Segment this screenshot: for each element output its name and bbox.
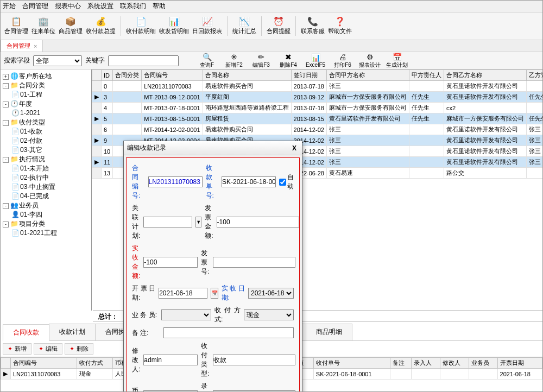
- grid-header[interactable]: 修改人: [440, 358, 469, 369]
- grid-header[interactable]: 签订日期: [291, 70, 326, 81]
- tree-node[interactable]: 👤01-李四: [11, 210, 89, 219]
- input-invoice-no[interactable]: [213, 257, 295, 268]
- grid-header[interactable]: 业务员: [469, 358, 497, 369]
- table-row[interactable]: ▶3MT-2013-09-12-0001平度红阁2013-09-12麻城市一方保…: [92, 92, 543, 103]
- grid-header[interactable]: 开票日期: [497, 358, 542, 369]
- tree-toggle-icon[interactable]: -: [3, 102, 9, 108]
- grid-header[interactable]: 备注: [390, 358, 411, 369]
- grid-header[interactable]: 合同编号: [142, 70, 203, 81]
- menu-settings[interactable]: 系统设置: [87, 2, 113, 11]
- grid-header[interactable]: 乙方责任人: [526, 70, 542, 81]
- toolbar-往来单位[interactable]: 🏢往来单位: [31, 15, 56, 37]
- table-row[interactable]: 6MT-2014-12-02-0001易速软件购买合同2014-12-02张三黄…: [92, 124, 543, 135]
- bottom-tab[interactable]: 商品明细: [306, 324, 352, 340]
- tree-node[interactable]: 📄03-中止搁置: [11, 182, 89, 192]
- grid-header[interactable]: 收付单号: [313, 358, 390, 369]
- tree-toggle-icon[interactable]: -: [3, 120, 9, 126]
- tree-node[interactable]: 📄02-付款: [11, 136, 89, 146]
- tree-node[interactable]: -📁收付类型: [3, 118, 89, 127]
- search-btn-报表设计[interactable]: ⚙报表设计: [359, 53, 381, 69]
- table-row[interactable]: 4MT-2013-07-18-0001南环路慧垣西路等道路桥梁工程2013-07…: [92, 103, 543, 113]
- grid-header[interactable]: 合同名称: [203, 70, 291, 81]
- input-contract-no[interactable]: [148, 176, 203, 187]
- search-btn-ExcelF5[interactable]: 📊ExcelF5: [305, 53, 326, 68]
- toolbar-帮助文件[interactable]: ❓帮助文件: [327, 15, 352, 37]
- input-receipt-no[interactable]: [222, 176, 276, 187]
- open-date-picker-icon[interactable]: 📅: [211, 288, 218, 299]
- bottom-btn-删除[interactable]: ✦删除: [65, 343, 93, 355]
- toolbar-合同提醒[interactable]: ⏰合同提醒: [266, 15, 291, 37]
- grid-header[interactable]: 合同乙方名称: [444, 70, 526, 81]
- input-type[interactable]: [213, 355, 295, 365]
- dialog-close-icon[interactable]: X: [290, 144, 299, 152]
- tree-node[interactable]: -📁执行情况: [3, 155, 89, 164]
- toolbar-统计汇总[interactable]: 📉统计汇总: [232, 15, 257, 37]
- menu-report[interactable]: 报表中心: [55, 2, 81, 11]
- toolbar-收发货明细[interactable]: 📊收发货明细: [159, 15, 190, 37]
- tab-contract-mgmt[interactable]: 合同管理 ×: [1, 40, 43, 52]
- toolbar-日回款报表[interactable]: 📈日回款报表: [192, 15, 223, 37]
- search-btn-生成计划[interactable]: 📅生成计划: [386, 53, 408, 69]
- tree-node[interactable]: 🕐1-2021: [11, 109, 89, 118]
- input-plan[interactable]: [143, 217, 192, 227]
- tree-node[interactable]: -🕐年度: [3, 99, 89, 109]
- toolbar-收付款明细[interactable]: 📄收付款明细: [125, 15, 156, 37]
- grid-header[interactable]: 合同编号: [11, 358, 77, 369]
- tree-toggle-icon[interactable]: -: [3, 222, 9, 227]
- select-staff[interactable]: [161, 309, 211, 320]
- tree-node[interactable]: -📁项目分类: [3, 219, 89, 229]
- menu-start[interactable]: 开始: [3, 2, 16, 11]
- bottom-btn-新增[interactable]: ✦新增: [3, 343, 31, 355]
- tree-node[interactable]: 📄01-2021工程: [11, 229, 89, 238]
- menu-contact[interactable]: 联系我们: [120, 2, 146, 11]
- tree-node[interactable]: 📄04-已完成: [11, 192, 89, 201]
- table-row[interactable]: ▶5MT-2013-08-15-0001房屋租赁2013-08-15黄石里诺软件…: [92, 113, 543, 124]
- tree-node[interactable]: -📁合同分类: [3, 81, 89, 90]
- grid-header[interactable]: 收付方式: [77, 358, 113, 369]
- toolbar-合同管理[interactable]: 📋合同管理: [4, 15, 29, 37]
- tree-node[interactable]: 📄01-工程: [11, 90, 89, 99]
- bottom-tab[interactable]: 收款计划: [49, 324, 96, 340]
- tree-node[interactable]: +🌐客户所在地: [3, 72, 89, 81]
- input-actual[interactable]: [143, 257, 198, 268]
- input-entry[interactable]: [213, 390, 295, 393]
- select-method[interactable]: 现金: [244, 309, 294, 320]
- grid-header[interactable]: 录入人: [411, 358, 440, 369]
- search-keyword-input[interactable]: [108, 55, 179, 66]
- bottom-tab[interactable]: 合同收款: [3, 324, 49, 341]
- tree-toggle-icon[interactable]: +: [3, 74, 9, 80]
- checkbox-auto[interactable]: [279, 179, 286, 186]
- grid-header[interactable]: 合同分类: [113, 70, 142, 81]
- toolbar-商品管理[interactable]: 📦商品管理: [58, 15, 83, 37]
- tree-node[interactable]: 📄01-未开始: [11, 164, 89, 173]
- input-editor[interactable]: [143, 355, 198, 365]
- search-btn-打印F6[interactable]: 🖨打印F6: [332, 53, 353, 69]
- search-field-select[interactable]: 全部: [33, 55, 82, 66]
- tab-close-icon[interactable]: ×: [34, 43, 37, 49]
- tree-toggle-icon[interactable]: -: [3, 203, 9, 209]
- input-invoice-amt[interactable]: [217, 217, 299, 227]
- input-recv-date[interactable]: 2021-06-18: [248, 288, 294, 299]
- menu-help[interactable]: 帮助: [153, 2, 166, 11]
- menu-contract[interactable]: 合同管理: [22, 2, 48, 11]
- toolbar-联系客服[interactable]: 📞联系客服: [300, 15, 325, 37]
- search-btn-新增F2[interactable]: ✳新增F2: [223, 53, 245, 69]
- tree-node[interactable]: 📄01-收款: [11, 127, 89, 136]
- tree-node[interactable]: 📄02-执行中: [11, 173, 89, 182]
- tree-toggle-icon[interactable]: -: [3, 83, 9, 89]
- tree-node[interactable]: -👥业务员: [3, 201, 89, 210]
- search-btn-删除F4[interactable]: ✖删除F4: [277, 53, 299, 69]
- grid-header[interactable]: ID: [102, 70, 113, 81]
- table-row[interactable]: 0LN201311070083易速软件购买合同2013-07-18张三黄石里诺软…: [92, 81, 543, 92]
- input-open-date[interactable]: [159, 288, 207, 299]
- grid-header[interactable]: 合同甲方名称: [326, 70, 409, 81]
- toolbar-收付款总提[interactable]: 💰收付款总提: [85, 15, 116, 37]
- input-currency[interactable]: [143, 390, 198, 393]
- tree-node[interactable]: 📄03-其它: [11, 146, 89, 155]
- grid-header[interactable]: 甲方责任人: [409, 70, 444, 81]
- tree-toggle-icon[interactable]: -: [3, 157, 9, 163]
- input-remark[interactable]: [163, 327, 294, 338]
- search-btn-编辑F3[interactable]: ✏编辑F3: [250, 53, 272, 69]
- bottom-btn-编辑[interactable]: ✦编辑: [34, 343, 62, 355]
- search-btn-查询F[interactable]: 🔍查询F: [196, 53, 218, 69]
